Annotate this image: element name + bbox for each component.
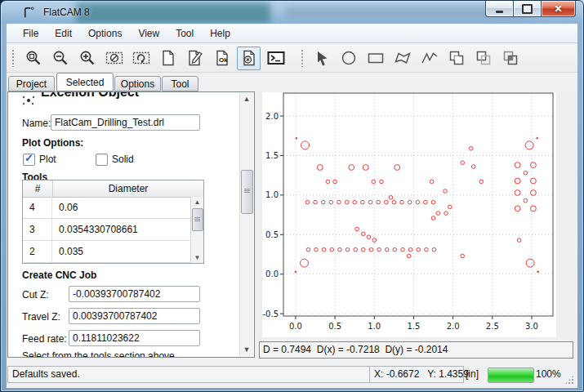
- menu-view[interactable]: View: [130, 25, 167, 42]
- plot-canvas[interactable]: 0.00.51.01.52.02.53.0-0.50.00.51.01.52.0: [262, 92, 556, 337]
- toolbar: Ok: [7, 44, 577, 73]
- drill-hole: [372, 180, 376, 184]
- tool-diameter[interactable]: 0.035: [52, 241, 191, 262]
- cut-z-input[interactable]: [69, 286, 200, 302]
- draw-circle-button[interactable]: [337, 47, 360, 70]
- cnc-section-title: Create CNC Job: [22, 270, 96, 281]
- tab-project[interactable]: Project: [8, 76, 55, 91]
- tools-table-body: 40.0630.035433070866120.035: [23, 197, 191, 263]
- shell-button[interactable]: [264, 47, 288, 70]
- scroll-down-icon[interactable]: ▼: [240, 344, 253, 356]
- thumb-grip: [194, 217, 200, 221]
- drill-hole: [295, 271, 296, 273]
- drill-hole: [369, 247, 373, 252]
- table-row[interactable]: 20.035: [23, 241, 191, 263]
- table-row[interactable]: 30.0354330708661: [23, 219, 191, 241]
- scroll-up-icon[interactable]: ▲: [191, 197, 203, 207]
- toolbar-grip[interactable]: [11, 49, 15, 67]
- drill-hole: [424, 200, 428, 204]
- scrollbar-thumb[interactable]: [192, 208, 203, 231]
- clear-plot-button[interactable]: [102, 47, 126, 70]
- replot-button[interactable]: [129, 47, 153, 70]
- scroll-down-icon[interactable]: ▼: [191, 252, 203, 263]
- drill-hole: [401, 247, 405, 252]
- feed-rate-input[interactable]: [69, 330, 200, 346]
- select-tool-button[interactable]: [310, 47, 333, 70]
- drill-hole: [337, 200, 341, 204]
- minimize-icon: [496, 11, 503, 13]
- zoom-fit-button[interactable]: [21, 47, 45, 70]
- save-project-button[interactable]: Ok: [210, 47, 234, 70]
- tab-options[interactable]: Options: [114, 76, 161, 91]
- y-tick-label: 0.5: [265, 230, 279, 239]
- drill-hole: [363, 165, 368, 171]
- feed-rate-label: Feed rate:: [22, 333, 67, 345]
- menu-help[interactable]: Help: [202, 25, 239, 42]
- plot-checkbox[interactable]: [23, 154, 35, 166]
- draw-polygon-button[interactable]: [390, 47, 414, 70]
- plot-svg[interactable]: 0.00.51.01.52.02.53.0-0.50.00.51.01.52.0: [262, 92, 556, 337]
- drill-hole: [393, 247, 397, 252]
- x-tick-label: 0.0: [289, 322, 302, 331]
- delete-object-button[interactable]: [237, 47, 261, 70]
- tool-diameter[interactable]: 0.0354330708661: [52, 219, 191, 240]
- drill-hole: [537, 137, 538, 139]
- close-button[interactable]: ✕: [541, 1, 576, 17]
- open-project-button[interactable]: [183, 47, 207, 70]
- drill-hole: [389, 196, 393, 200]
- solid-checkbox[interactable]: [96, 154, 108, 166]
- drill-hole: [392, 200, 396, 204]
- menu-tool[interactable]: Tool: [167, 25, 202, 42]
- resize-grip-icon[interactable]: [564, 375, 574, 385]
- titlebar[interactable]: FlatCAM 8 ✕: [1, 1, 583, 24]
- drill-hole: [305, 200, 310, 204]
- tools-hint: Select from the tools section above: [22, 350, 175, 358]
- tool-number[interactable]: 2: [23, 241, 52, 262]
- drill-hole: [515, 163, 520, 168]
- scrollbar-thumb[interactable]: [241, 170, 253, 214]
- zoom-out-button[interactable]: [48, 47, 72, 70]
- glass-reflection: [76, 2, 270, 23]
- maximize-button[interactable]: [513, 1, 541, 17]
- name-input[interactable]: [51, 114, 200, 131]
- tool-number[interactable]: 4: [23, 197, 52, 218]
- distance-readout: D = 0.7494 D(x) = -0.7218 D(y) = -0.2014: [259, 341, 573, 359]
- travel-z-input[interactable]: [69, 308, 200, 324]
- tools-table-header[interactable]: # Diameter: [23, 180, 203, 198]
- union-button[interactable]: [444, 47, 468, 70]
- tabbar: Project Selected Options Tool: [7, 73, 577, 91]
- flatcam-logo-icon: [22, 6, 36, 20]
- tab-tool[interactable]: Tool: [162, 76, 198, 91]
- drill-hole: [380, 180, 384, 184]
- solid-checkbox-label: Solid: [112, 154, 134, 165]
- panel-scrollbar[interactable]: ▲ ▼: [239, 93, 253, 356]
- subtract-button[interactable]: [471, 47, 495, 70]
- zoom-in-button[interactable]: [75, 47, 99, 70]
- draw-rectangle-button[interactable]: [363, 47, 387, 70]
- col-diameter[interactable]: Diameter: [53, 180, 203, 197]
- tools-table[interactable]: # Diameter 40.0630.035433070866120.035 ▲…: [22, 180, 204, 264]
- drill-hole: [531, 206, 537, 212]
- drill-hole: [345, 247, 350, 252]
- draw-polyline-button[interactable]: [417, 47, 441, 70]
- menu-options[interactable]: Options: [80, 25, 130, 42]
- col-number[interactable]: #: [23, 180, 53, 197]
- y-tick-label: 2.0: [265, 112, 279, 121]
- tool-number[interactable]: 3: [23, 219, 52, 240]
- new-project-button[interactable]: [156, 47, 180, 70]
- drill-hole: [537, 271, 539, 273]
- minimize-button[interactable]: [485, 1, 513, 17]
- menu-edit[interactable]: Edit: [47, 25, 80, 42]
- intersect-button[interactable]: [498, 47, 522, 70]
- scroll-up-icon[interactable]: ▲: [240, 93, 253, 105]
- tab-selected[interactable]: Selected: [56, 73, 114, 91]
- drill-hole: [395, 165, 400, 171]
- tools-table-scrollbar[interactable]: ▲ ▼: [190, 197, 203, 263]
- drill-hole: [306, 247, 310, 252]
- menu-file[interactable]: File: [15, 25, 47, 42]
- svg-text:Ok: Ok: [219, 56, 228, 64]
- tool-diameter[interactable]: 0.06: [52, 197, 191, 218]
- drill-hole: [444, 189, 448, 194]
- table-row[interactable]: 40.06: [23, 197, 191, 219]
- name-label: Name:: [22, 118, 51, 129]
